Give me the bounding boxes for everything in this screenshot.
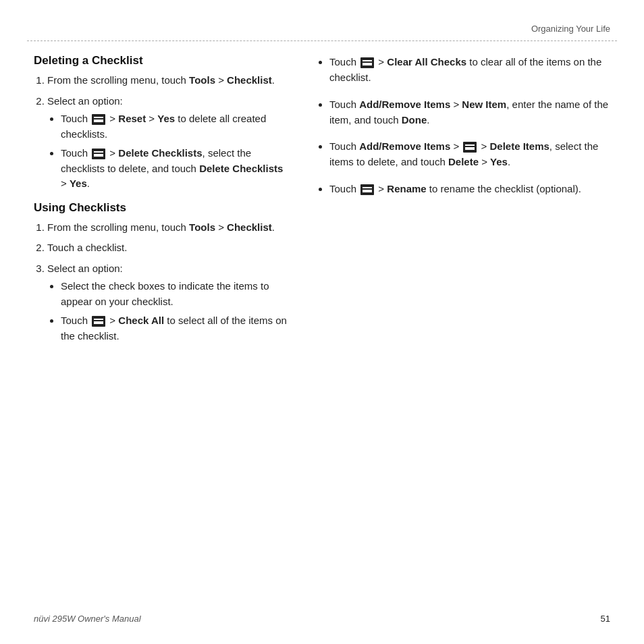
menu-icon-delete-items [463, 142, 477, 153]
deleting-option-1: Touch > Reset > Yes to delete all create… [61, 111, 290, 142]
menu-icon-reset [92, 114, 105, 125]
footer-page-number: 51 [601, 614, 610, 624]
section-deleting: Deleting a Checklist From the scrolling … [34, 54, 290, 192]
using-option-2: Touch > Check All to select all of the i… [61, 313, 290, 344]
right-bullet-3: Touch Add/Remove Items > > Delete Items,… [329, 138, 610, 170]
top-border [27, 41, 617, 41]
menu-icon-rename [360, 184, 374, 195]
deleting-step-1: From the scrolling menu, touch Tools > C… [47, 73, 290, 88]
using-step-1: From the scrolling menu, touch Tools > C… [47, 220, 290, 236]
deleting-step-2: Select an option: Touch > Reset > Yes to… [47, 94, 290, 192]
page-container: Organizing Your Life Deleting a Checklis… [0, 0, 644, 644]
page-header: Organizing Your Life [531, 24, 610, 34]
deleting-options-list: Touch > Reset > Yes to delete all create… [47, 111, 290, 192]
right-bullet-4: Touch > Rename to rename the checklist (… [329, 181, 610, 196]
using-options-list: Select the check boxes to indicate the i… [47, 279, 290, 344]
footer-manual-title: nüvi 295W Owner's Manual [34, 614, 141, 624]
right-column: Touch > Clear All Checks to clear all of… [311, 54, 610, 597]
menu-icon-delete-checklists [92, 149, 105, 159]
header-text: Organizing Your Life [531, 24, 610, 34]
left-column: Deleting a Checklist From the scrolling … [34, 54, 290, 597]
section-using-heading: Using Checklists [34, 201, 290, 215]
right-bullet-2: Touch Add/Remove Items > New Item, enter… [329, 97, 610, 128]
using-option-1: Select the check boxes to indicate the i… [61, 279, 290, 309]
right-bullet-list: Touch > Clear All Checks to clear all of… [317, 54, 610, 196]
using-step-2: Touch a checklist. [47, 240, 290, 256]
section-deleting-heading: Deleting a Checklist [34, 54, 290, 68]
using-step-3: Select an option: Select the check boxes… [47, 261, 290, 344]
deleting-steps-list: From the scrolling menu, touch Tools > C… [34, 73, 290, 192]
main-content: Deleting a Checklist From the scrolling … [34, 54, 610, 597]
page-footer: nüvi 295W Owner's Manual 51 [34, 614, 610, 624]
menu-icon-clear-all [360, 57, 374, 68]
right-bullet-1: Touch > Clear All Checks to clear all of… [329, 54, 610, 86]
deleting-option-2: Touch > Delete Checklists, select the ch… [61, 146, 290, 192]
using-steps-list: From the scrolling menu, touch Tools > C… [34, 220, 290, 344]
menu-icon-check-all [92, 316, 105, 327]
section-using: Using Checklists From the scrolling menu… [34, 201, 290, 344]
